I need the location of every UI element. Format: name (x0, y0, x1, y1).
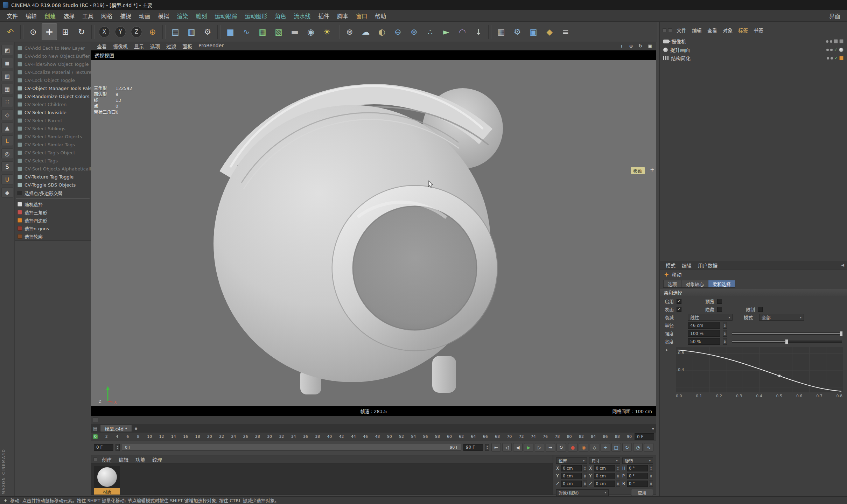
frame-tick[interactable]: 20 (207, 434, 212, 439)
menu-角色[interactable]: 角色 (271, 12, 290, 20)
record-scale-button[interactable]: □ (611, 443, 621, 451)
viewport-menu-面板[interactable]: 面板 (179, 43, 195, 50)
frame-tick[interactable]: 12 (159, 434, 164, 439)
palette-item[interactable]: 随机选择 (15, 200, 91, 208)
cube-pair-button[interactable]: ▣ (526, 23, 541, 40)
frame-tick[interactable]: 38 (315, 434, 320, 439)
object-manager-menu-文件[interactable]: 文件 (674, 27, 689, 34)
square-tag[interactable] (839, 39, 844, 43)
timeline-range-slider[interactable]: 0 F 90 F (122, 444, 461, 451)
stepper[interactable]: ▲▼ (649, 473, 653, 479)
pan-view-icon[interactable]: + (618, 43, 625, 49)
palette-item[interactable]: CV-Add to New Object Buffer (15, 52, 91, 60)
curve-graph[interactable]: 0.8 0.4 (676, 347, 842, 392)
stepper[interactable]: ▲▼ (616, 473, 620, 479)
frame-tick[interactable]: 8 (136, 434, 140, 439)
menu-运动跟踪[interactable]: 运动跟踪 (211, 12, 241, 20)
frame-tick[interactable]: 22 (219, 434, 224, 439)
frame-tick[interactable]: 24 (231, 434, 236, 439)
delete-button[interactable]: ⊗ (342, 23, 357, 40)
coordinate-field[interactable]: 0 cm (594, 481, 615, 487)
menu-创建[interactable]: 创建 (41, 12, 59, 20)
object-manager-menu-查看[interactable]: 查看 (705, 27, 720, 34)
object-manager-menu-编辑[interactable]: 编辑 (689, 27, 705, 34)
goto-start-button[interactable]: ⇤ (491, 443, 501, 451)
editor-visibility-dot[interactable] (827, 57, 829, 59)
viewport-menu-ProRender[interactable]: ProRender (195, 43, 227, 50)
frame-tick[interactable]: 60 (447, 434, 452, 439)
solo-mode-button[interactable]: ◎ (1, 148, 13, 159)
magnet-snap-button[interactable]: U (1, 174, 13, 185)
object-row[interactable]: 摄像机 (660, 37, 847, 46)
scripts-button[interactable]: ≡ (558, 23, 573, 40)
coordinate-field[interactable]: 0 cm (561, 481, 582, 487)
frame-tick[interactable]: 74 (531, 434, 536, 439)
frame-tick[interactable]: 58 (435, 434, 440, 439)
menu-模拟[interactable]: 模拟 (154, 12, 173, 20)
coordinate-header-dropdown[interactable]: 位置▾ (556, 457, 587, 464)
record-position-button[interactable]: + (601, 443, 610, 451)
frame-tick[interactable]: 16 (183, 434, 188, 439)
viewport-menu-过滤[interactable]: 过滤 (163, 43, 179, 50)
radius-stepper[interactable]: ▲▼ (723, 322, 727, 329)
material-menu-创建[interactable]: 创建 (99, 456, 115, 463)
axis-x-lock-button[interactable]: X (97, 23, 112, 40)
polygon-mode-button[interactable]: ▲ (1, 122, 13, 133)
panel-grip-icon[interactable] (93, 457, 97, 461)
checkbox[interactable] (758, 307, 763, 312)
width-stepper[interactable]: ▲▼ (723, 338, 727, 345)
model-3d[interactable] (91, 60, 656, 406)
tab-options-icon[interactable]: ● (135, 427, 138, 430)
environment-object-button[interactable]: ◐ (374, 23, 390, 40)
palette-item[interactable]: CV-Sort Objects Alphabetically (15, 165, 91, 173)
menu-帮助[interactable]: 帮助 (371, 12, 390, 20)
palette-item[interactable]: CV-Select Similar Tags (15, 141, 91, 149)
point-mode-button[interactable]: ∷ (1, 97, 13, 107)
material-menu-纹理[interactable]: 纹理 (149, 456, 165, 463)
particles-button[interactable]: ∴ (422, 23, 438, 40)
axis-y-lock-button[interactable]: Y (113, 23, 128, 40)
apply-button[interactable]: 应用 (631, 489, 653, 496)
palette-item[interactable]: CV-Texture Tag Toggle (15, 173, 91, 181)
menu-插件[interactable]: 插件 (314, 12, 333, 20)
coordinate-field[interactable]: 0 ° (627, 465, 648, 471)
palette-item[interactable]: CV-Localize Material / Texture Tag (15, 68, 91, 76)
timeline-ruler[interactable]: 0246810121416182022242628303234363840424… (91, 433, 656, 441)
frame-tick[interactable]: 14 (171, 434, 176, 439)
spline-pen-button[interactable]: ∿ (239, 23, 254, 40)
current-frame-field[interactable]: 0 F (94, 444, 113, 451)
primitive-cube-button[interactable]: ■ (223, 23, 238, 40)
rotate-view-icon[interactable]: ↻ (637, 43, 644, 49)
document-tab[interactable]: 模型.c4d * (100, 425, 132, 432)
frame-tick[interactable]: 46 (363, 434, 368, 439)
coordinate-field[interactable]: 0 cm (594, 465, 615, 471)
frame-tick[interactable]: 64 (471, 434, 476, 439)
palette-item[interactable]: CV-Hide/Show Object Toggle (15, 60, 91, 68)
viewport-canvas[interactable]: 三角形122592四边形8线13点0带状三角面0 移动 + Z X (91, 60, 656, 406)
palette-item[interactable]: CV-Add Each to New Layer (15, 44, 91, 52)
viewport-menu-查看[interactable]: 查看 (94, 43, 110, 50)
autokey-button[interactable]: ◉ (579, 443, 588, 451)
record-pla-button[interactable]: ∿ (644, 443, 653, 451)
menu-网格[interactable]: 网格 (97, 12, 116, 20)
tab-选项[interactable]: 选项 (663, 280, 681, 288)
viewport-menu-选项[interactable]: 选项 (147, 43, 163, 50)
undo-button[interactable]: ↶ (3, 23, 18, 40)
settings-gear-button[interactable]: ⚙ (510, 23, 525, 40)
hud-add-icon[interactable]: + (650, 167, 654, 173)
palette-item[interactable]: CV-Toggle SDS Objects (15, 181, 91, 189)
viewport-menu-摄像机[interactable]: 摄像机 (110, 43, 131, 50)
material-thumbnail[interactable] (94, 466, 120, 488)
material-menu-功能[interactable]: 功能 (132, 456, 148, 463)
panel-grip-icon[interactable] (668, 28, 672, 32)
menu-捕捉[interactable]: 捕捉 (116, 12, 135, 20)
mode-dropdown[interactable]: 全部 ▾ (759, 314, 804, 321)
workplane-mode-button[interactable]: ▦ (1, 84, 13, 94)
checkbox[interactable]: ✓ (677, 307, 681, 312)
frame-tick[interactable]: 72 (519, 434, 524, 439)
scale-tool-button[interactable]: ⊞ (58, 23, 73, 40)
stepper[interactable]: ▲▼ (649, 465, 653, 471)
render-visibility-dot[interactable] (830, 49, 833, 51)
stepper[interactable]: ▲▼ (616, 465, 620, 471)
material-menu-编辑[interactable]: 编辑 (115, 456, 132, 463)
